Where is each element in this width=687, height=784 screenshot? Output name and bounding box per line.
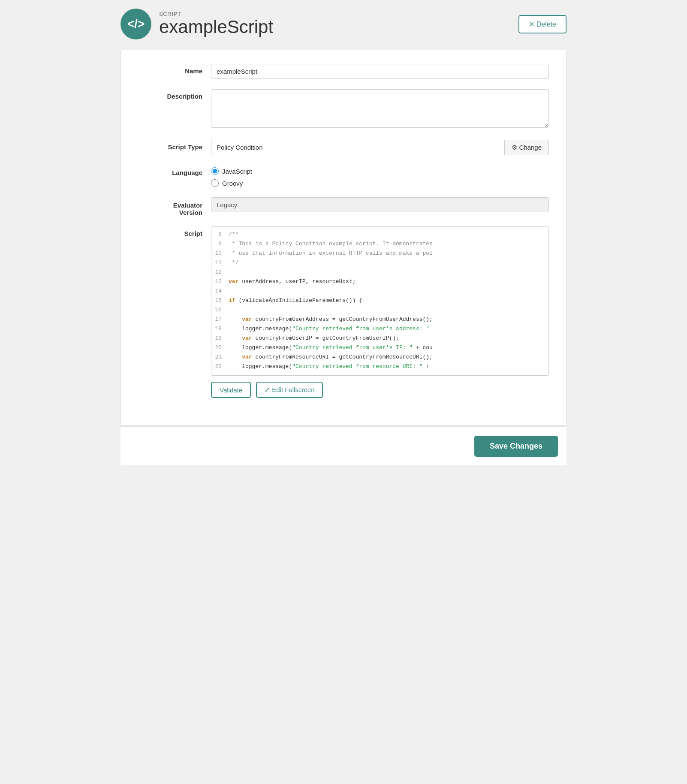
script-type-label: Script Type <box>138 140 211 151</box>
language-radio-groovy[interactable] <box>211 179 219 187</box>
script-type-field: Policy Condition <box>211 140 504 155</box>
description-row: Description <box>138 89 549 130</box>
code-line-10: 10 * use that information in external HT… <box>211 249 548 259</box>
code-line-21: 21 var countryFromResourceURI = getCount… <box>211 353 548 362</box>
code-editor[interactable]: 8 /** 9 * This is a Policy Condition exa… <box>211 226 549 376</box>
description-control-wrap <box>211 89 549 130</box>
change-button[interactable]: ⚙ Change <box>504 140 549 155</box>
fullscreen-button[interactable]: ⤢ Edit Fullscreen <box>256 382 323 398</box>
header-subtitle: SCRIPT <box>159 11 273 17</box>
line-num-13: 13 <box>211 277 229 286</box>
code-line-16: 16 <box>211 306 548 315</box>
code-line-18: 18 logger.message("Country retrieved fro… <box>211 325 548 334</box>
evaluator-label: EvaluatorVersion <box>138 197 211 216</box>
line-code-17: var countryFromUserAddress = getCountryF… <box>229 315 433 324</box>
code-line-14: 14 <box>211 287 548 296</box>
code-actions: Validate ⤢ Edit Fullscreen <box>211 382 549 398</box>
line-code-10: * use that information in external HTTP … <box>229 249 433 258</box>
description-input[interactable] <box>211 89 549 128</box>
line-num-19: 19 <box>211 334 229 343</box>
code-line-13: 13 var userAddress, userIP, resourceHost… <box>211 277 548 287</box>
validate-button[interactable]: Validate <box>211 382 251 398</box>
code-content[interactable]: 8 /** 9 * This is a Policy Condition exa… <box>211 227 548 375</box>
line-num-20: 20 <box>211 344 229 353</box>
line-code-22: logger.message("Country retrieved from r… <box>229 362 429 371</box>
script-type-control-wrap: Policy Condition ⚙ Change <box>211 140 549 155</box>
code-line-9: 9 * This is a Policy Condition example s… <box>211 240 548 249</box>
language-label-javascript: JavaScript <box>222 168 252 175</box>
line-code-20: logger.message("Country retrieved from u… <box>229 344 433 353</box>
line-num-21: 21 <box>211 353 229 362</box>
code-line-8: 8 /** <box>211 230 548 240</box>
line-num-8: 8 <box>211 230 229 239</box>
line-code-15: if (validateAndInitializeParameters()) { <box>229 296 362 305</box>
line-num-15: 15 <box>211 296 229 305</box>
footer-bar: Save Changes <box>121 426 566 465</box>
line-num-10: 10 <box>211 249 229 258</box>
line-code-21: var countryFromResourceURI = getCountryF… <box>229 353 433 362</box>
line-code-11: */ <box>229 259 238 268</box>
language-label-groovy: Groovy <box>222 180 243 187</box>
script-row: Script 8 /** 9 * This is a Policy Condit… <box>138 226 549 398</box>
line-num-11: 11 <box>211 259 229 268</box>
code-line-15: 15 if (validateAndInitializeParameters()… <box>211 296 548 306</box>
script-type-row: Script Type Policy Condition ⚙ Change <box>138 140 549 155</box>
language-control-wrap: JavaScript Groovy <box>211 166 549 187</box>
language-radio-javascript[interactable] <box>211 167 219 175</box>
line-num-16: 16 <box>211 306 229 315</box>
page-title: exampleScript <box>159 17 273 37</box>
language-option-groovy[interactable]: Groovy <box>211 179 549 187</box>
line-num-14: 14 <box>211 287 229 296</box>
code-line-22: 22 logger.message("Country retrieved fro… <box>211 362 548 372</box>
name-row: Name <box>138 64 549 79</box>
name-control-wrap <box>211 64 549 79</box>
script-label: Script <box>138 226 211 237</box>
line-num-12: 12 <box>211 268 229 277</box>
line-num-22: 22 <box>211 362 229 371</box>
delete-button[interactable]: ✕ Delete <box>518 15 566 33</box>
code-line-17: 17 var countryFromUserAddress = getCount… <box>211 315 548 325</box>
evaluator-control-wrap: Legacy <box>211 197 549 212</box>
name-label: Name <box>138 64 211 75</box>
code-line-11: 11 */ <box>211 259 548 268</box>
evaluator-field: Legacy <box>211 197 549 212</box>
language-radio-group: JavaScript Groovy <box>211 166 549 187</box>
line-code-8: /** <box>229 230 238 239</box>
line-num-18: 18 <box>211 325 229 334</box>
script-icon: </> <box>121 9 151 39</box>
language-label: Language <box>138 166 211 176</box>
line-code-13: var userAddress, userIP, resourceHost; <box>229 277 356 286</box>
code-line-20: 20 logger.message("Country retrieved fro… <box>211 344 548 353</box>
line-num-17: 17 <box>211 315 229 324</box>
code-line-19: 19 var countryFromUserIP = getCountryFro… <box>211 334 548 344</box>
line-code-18: logger.message("Country retrieved from u… <box>229 325 429 334</box>
line-num-9: 9 <box>211 240 229 249</box>
main-card: Name Description Script Type Policy Cond… <box>121 50 566 426</box>
language-option-javascript[interactable]: JavaScript <box>211 167 549 175</box>
name-input[interactable] <box>211 64 549 79</box>
description-label: Description <box>138 89 211 100</box>
language-row: Language JavaScript Groovy <box>138 166 549 187</box>
save-button[interactable]: Save Changes <box>474 436 558 457</box>
script-control-wrap: 8 /** 9 * This is a Policy Condition exa… <box>211 226 549 398</box>
line-code-19: var countryFromUserIP = getCountryFromUs… <box>229 334 399 343</box>
code-line-12: 12 <box>211 268 548 277</box>
line-code-9: * This is a Policy Condition example scr… <box>229 240 433 249</box>
evaluator-row: EvaluatorVersion Legacy <box>138 197 549 216</box>
